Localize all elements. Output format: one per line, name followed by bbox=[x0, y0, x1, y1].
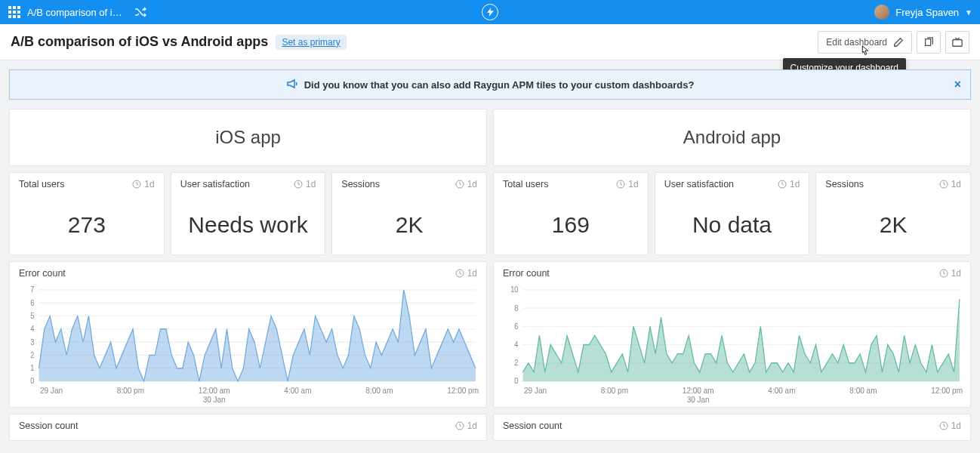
svg-text:7: 7 bbox=[30, 285, 34, 294]
android-error-xticks: 29 Jan8:00 pm12:00 am30 Jan4:00 am8:00 a… bbox=[524, 387, 963, 404]
svg-text:6: 6 bbox=[514, 322, 518, 331]
user-menu-caret-icon[interactable]: ▼ bbox=[965, 8, 972, 17]
clock-icon bbox=[455, 180, 464, 189]
svg-rect-1 bbox=[13, 6, 16, 9]
period-label: 1d bbox=[951, 268, 961, 279]
topbar-title[interactable]: A/B comparison of i… bbox=[27, 7, 122, 18]
ios-error-xticks: 29 Jan8:00 pm12:00 am30 Jan4:00 am8:00 a… bbox=[40, 387, 479, 404]
svg-text:2: 2 bbox=[514, 359, 518, 368]
svg-text:4: 4 bbox=[30, 325, 35, 334]
ios-column: iOS app Total users 1d 273 User satisfac… bbox=[9, 109, 487, 441]
copy-dashboard-button[interactable] bbox=[917, 31, 941, 54]
shuffle-icon[interactable] bbox=[134, 6, 146, 18]
ios-heading: iOS app bbox=[215, 127, 281, 148]
android-satisfaction-tile[interactable]: User satisfaction 1d No data bbox=[655, 172, 810, 255]
info-banner-text: Did you know that you can also add Raygu… bbox=[304, 79, 695, 91]
clock-icon bbox=[132, 180, 141, 189]
ios-heading-tile: iOS app bbox=[9, 109, 487, 166]
avatar[interactable] bbox=[874, 5, 889, 20]
stat-label: Total users bbox=[19, 179, 64, 190]
bolt-logo-icon[interactable] bbox=[482, 4, 498, 20]
titlebar: A/B comparison of iOS vs Android apps Se… bbox=[0, 24, 980, 60]
copy-icon bbox=[923, 37, 934, 48]
page-title: A/B comparison of iOS vs Android apps bbox=[11, 34, 268, 50]
pencil-icon bbox=[893, 37, 904, 48]
clock-icon bbox=[455, 269, 464, 278]
svg-text:8: 8 bbox=[514, 304, 518, 313]
info-banner: Did you know that you can also add Raygu… bbox=[9, 69, 971, 100]
stat-value: 2K bbox=[816, 196, 970, 254]
clock-icon bbox=[939, 269, 948, 278]
ios-error-chart-tile[interactable]: Error count 1d 01234567 29 Jan8:00 pm12:… bbox=[9, 261, 487, 408]
period-label: 1d bbox=[306, 179, 316, 190]
svg-rect-6 bbox=[8, 15, 11, 18]
megaphone-icon bbox=[286, 78, 298, 92]
svg-rect-2 bbox=[17, 6, 20, 9]
stat-value: 169 bbox=[494, 196, 648, 254]
svg-text:2: 2 bbox=[30, 350, 34, 359]
period-label: 1d bbox=[951, 421, 961, 431]
android-heading: Android app bbox=[683, 127, 781, 148]
period-label: 1d bbox=[467, 268, 477, 279]
android-total-users-tile[interactable]: Total users 1d 169 bbox=[493, 172, 649, 255]
chart-title: Session count bbox=[19, 421, 79, 431]
stat-value: Needs work bbox=[171, 196, 325, 254]
topbar: A/B comparison of i… Freyja Spaven ▼ bbox=[0, 0, 980, 24]
stat-label: User satisfaction bbox=[664, 179, 734, 190]
tv-mode-button[interactable] bbox=[945, 31, 969, 54]
stat-label: Total users bbox=[503, 179, 548, 190]
stat-value: 273 bbox=[10, 196, 164, 254]
android-sessions-tile[interactable]: Sessions 1d 2K bbox=[815, 172, 971, 255]
clock-icon bbox=[778, 180, 787, 189]
edit-dashboard-button[interactable]: Edit dashboard bbox=[818, 31, 912, 54]
stat-label: User satisfaction bbox=[180, 179, 250, 190]
period-label: 1d bbox=[144, 179, 154, 190]
period-label: 1d bbox=[790, 179, 800, 190]
android-error-chart-tile[interactable]: Error count 1d 0246810 29 Jan8:00 pm12:0… bbox=[493, 261, 971, 408]
svg-text:1: 1 bbox=[30, 364, 34, 373]
svg-rect-4 bbox=[13, 11, 16, 14]
stat-value: No data bbox=[655, 196, 809, 254]
svg-text:10: 10 bbox=[510, 285, 519, 294]
edit-dashboard-label: Edit dashboard bbox=[826, 37, 887, 48]
clock-icon bbox=[294, 180, 303, 189]
clock-icon bbox=[616, 180, 625, 189]
svg-text:0: 0 bbox=[30, 377, 35, 386]
user-name[interactable]: Freyja Spaven bbox=[895, 7, 959, 18]
period-label: 1d bbox=[467, 179, 477, 190]
set-as-primary-link[interactable]: Set as primary bbox=[276, 35, 346, 50]
chart-title: Error count bbox=[503, 268, 550, 279]
ios-session-chart-tile[interactable]: Session count 1d bbox=[9, 414, 487, 441]
android-session-chart-tile[interactable]: Session count 1d bbox=[493, 414, 971, 441]
period-label: 1d bbox=[951, 179, 961, 190]
svg-text:6: 6 bbox=[30, 298, 34, 307]
clock-icon bbox=[455, 421, 464, 430]
ios-total-users-tile[interactable]: Total users 1d 273 bbox=[9, 172, 165, 255]
banner-close-button[interactable]: × bbox=[954, 78, 961, 91]
svg-text:0: 0 bbox=[514, 377, 519, 386]
android-column: Android app Total users 1d 169 User sati… bbox=[493, 109, 971, 441]
dashboard-grid: iOS app Total users 1d 273 User satisfac… bbox=[0, 100, 980, 450]
svg-text:5: 5 bbox=[30, 311, 34, 320]
tv-icon bbox=[952, 37, 963, 48]
ios-sessions-tile[interactable]: Sessions 1d 2K bbox=[331, 172, 487, 255]
clock-icon bbox=[939, 180, 948, 189]
svg-rect-7 bbox=[13, 15, 16, 18]
svg-rect-0 bbox=[8, 6, 11, 9]
ios-satisfaction-tile[interactable]: User satisfaction 1d Needs work bbox=[171, 172, 326, 255]
chart-title: Error count bbox=[19, 268, 66, 279]
dashboard-grid-icon[interactable] bbox=[8, 5, 21, 19]
android-heading-tile: Android app bbox=[493, 109, 971, 166]
svg-rect-3 bbox=[8, 11, 11, 14]
period-label: 1d bbox=[628, 179, 638, 190]
svg-rect-5 bbox=[17, 11, 20, 14]
stat-label: Sessions bbox=[825, 179, 864, 190]
svg-rect-9 bbox=[926, 39, 931, 45]
clock-icon bbox=[939, 421, 948, 430]
svg-text:3: 3 bbox=[30, 337, 34, 347]
period-label: 1d bbox=[467, 421, 477, 431]
stat-label: Sessions bbox=[341, 179, 380, 190]
chart-title: Session count bbox=[503, 421, 562, 431]
svg-rect-10 bbox=[953, 39, 962, 46]
svg-rect-8 bbox=[17, 15, 20, 18]
